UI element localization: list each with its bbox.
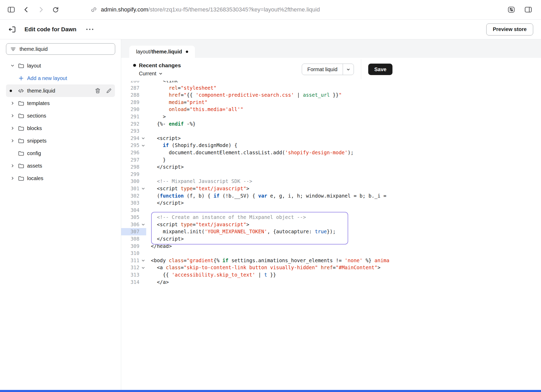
- code-line-303[interactable]: 303 </script>: [121, 199, 541, 207]
- code-line-310[interactable]: 310: [121, 250, 541, 257]
- line-number[interactable]: 307: [121, 228, 139, 235]
- code-line-307[interactable]: 307 mixpanel.init('YOUR_MIXPANEL_TOKEN',…: [121, 228, 541, 235]
- fold-chevron-icon[interactable]: [139, 144, 146, 148]
- code-line-308[interactable]: 308 </script>: [121, 235, 541, 243]
- code-line-305[interactable]: 305 <!-- Create an instance of the Mixpa…: [121, 214, 541, 221]
- sidebar-item-templates[interactable]: templates: [6, 97, 115, 109]
- code-line-304[interactable]: 304: [121, 207, 541, 214]
- search-input[interactable]: [20, 46, 111, 52]
- code-line-311[interactable]: 311<body class="gradient{% if settings.a…: [121, 257, 541, 264]
- code-line-292[interactable]: 292 {%- endif -%}: [121, 120, 541, 128]
- line-number[interactable]: 308: [121, 235, 139, 243]
- code-line-298[interactable]: 298 </script>: [121, 163, 541, 171]
- line-number[interactable]: 310: [121, 250, 139, 257]
- chevron-right-icon[interactable]: [10, 100, 15, 106]
- preview-store-button[interactable]: Preview store: [486, 23, 533, 35]
- code-line-291[interactable]: 291 >: [121, 113, 541, 120]
- forward-icon[interactable]: [37, 6, 45, 14]
- sidebar-item-locales[interactable]: locales: [6, 172, 115, 185]
- reload-icon[interactable]: [52, 6, 59, 14]
- line-number[interactable]: 297: [121, 156, 139, 164]
- line-number[interactable]: 298: [121, 163, 139, 171]
- chevron-right-icon[interactable]: [10, 138, 15, 144]
- sidebar-item-sections[interactable]: sections: [6, 109, 115, 122]
- sidebar-item-assets[interactable]: assets: [6, 160, 115, 172]
- line-number[interactable]: 303: [121, 199, 139, 207]
- fold-chevron-icon[interactable]: [139, 187, 146, 191]
- code-line-306[interactable]: 306 <script type="text/javascript">: [121, 221, 541, 228]
- code-line-309[interactable]: 309</head>: [121, 243, 541, 250]
- line-number[interactable]: 306: [121, 221, 139, 228]
- code-line-299[interactable]: 299: [121, 171, 541, 178]
- line-number[interactable]: 302: [121, 192, 139, 200]
- version-selector[interactable]: Current: [139, 71, 181, 77]
- sidebar-item-config[interactable]: config: [6, 147, 115, 160]
- line-number[interactable]: 286: [121, 81, 139, 84]
- code-line-290[interactable]: 290 onload="this.media='all'": [121, 106, 541, 113]
- address-bar[interactable]: admin.shopify.com/store/rzq1xu-f5/themes…: [90, 6, 320, 13]
- code-line-294[interactable]: 294 <script>: [121, 135, 541, 142]
- fold-chevron-icon[interactable]: [139, 136, 146, 140]
- line-number[interactable]: 312: [121, 264, 139, 271]
- line-number[interactable]: 289: [121, 99, 139, 106]
- line-number[interactable]: 304: [121, 207, 139, 214]
- sidebar-toggle-icon[interactable]: [7, 5, 16, 14]
- line-number[interactable]: 311: [121, 257, 139, 264]
- chevron-right-icon[interactable]: [10, 175, 15, 181]
- tab-theme-liquid[interactable]: layout/theme.liquid: [129, 46, 195, 58]
- line-number[interactable]: 290: [121, 106, 139, 113]
- line-number[interactable]: 300: [121, 178, 139, 185]
- overflow-menu-icon[interactable]: [86, 29, 93, 30]
- sidebar-item-snippets[interactable]: snippets: [6, 134, 115, 147]
- sidebar-item-add-a-new-layout[interactable]: Add a new layout: [6, 72, 115, 84]
- panel-right-toggle-icon[interactable]: [524, 5, 533, 14]
- sidebar-item-theme-liquid[interactable]: theme.liquid: [6, 84, 115, 97]
- line-number[interactable]: 294: [121, 135, 139, 142]
- exit-code-editor-icon[interactable]: [8, 25, 17, 34]
- line-number[interactable]: 295: [121, 142, 139, 149]
- save-button[interactable]: Save: [368, 64, 392, 75]
- format-liquid-button[interactable]: Format liquid: [302, 64, 354, 75]
- line-number[interactable]: 287: [121, 84, 139, 92]
- line-number[interactable]: 309: [121, 243, 139, 250]
- line-number[interactable]: 313: [121, 271, 139, 279]
- chevron-right-icon[interactable]: [10, 163, 15, 169]
- fold-chevron-icon[interactable]: [139, 223, 146, 226]
- line-number[interactable]: 292: [121, 120, 139, 128]
- code-line-297[interactable]: 297 }: [121, 156, 541, 164]
- code-editor[interactable]: 286 <link287 rel="stylesheet"288 href="{…: [121, 81, 541, 390]
- fold-chevron-icon[interactable]: [139, 259, 146, 262]
- code-line-286[interactable]: 286 <link: [121, 81, 541, 84]
- pencil-icon[interactable]: [106, 87, 112, 94]
- code-line-289[interactable]: 289 media="print": [121, 99, 541, 106]
- format-liquid-dropdown[interactable]: [343, 64, 354, 75]
- sidebar-item-layout[interactable]: layout: [6, 59, 115, 72]
- code-line-295[interactable]: 295 if (Shopify.designMode) {: [121, 142, 541, 149]
- chevron-right-icon[interactable]: [10, 113, 15, 119]
- code-line-314[interactable]: 314 </a>: [121, 279, 541, 286]
- line-number[interactable]: 314: [121, 279, 139, 286]
- code-line-312[interactable]: 312 <a class="skip-to-content-link butto…: [121, 264, 541, 271]
- sidebar-item-blocks[interactable]: blocks: [6, 122, 115, 134]
- code-line-296[interactable]: 296 document.documentElement.classList.a…: [121, 149, 541, 156]
- file-search-box[interactable]: [6, 43, 115, 55]
- extensions-icon[interactable]: [507, 6, 515, 14]
- code-line-302[interactable]: 302 (function (f, b) { if (!b.__SV) { va…: [121, 192, 541, 200]
- trash-icon[interactable]: [94, 87, 101, 94]
- code-line-288[interactable]: 288 href="{{ 'component-predictive-searc…: [121, 91, 541, 99]
- line-number[interactable]: 291: [121, 113, 139, 120]
- line-number[interactable]: 288: [121, 91, 139, 99]
- code-line-287[interactable]: 287 rel="stylesheet": [121, 84, 541, 92]
- code-line-301[interactable]: 301 <script type="text/javascript">: [121, 185, 541, 192]
- line-number[interactable]: 305: [121, 214, 139, 221]
- back-icon[interactable]: [22, 6, 30, 14]
- fold-chevron-icon[interactable]: [139, 266, 146, 270]
- line-number[interactable]: 301: [121, 185, 139, 192]
- line-number[interactable]: 293: [121, 127, 139, 135]
- code-line-300[interactable]: 300 <!-- Mixpanel Javascript SDK -->: [121, 178, 541, 185]
- code-line-313[interactable]: 313 {{ 'accessibility.skip_to_text' | t …: [121, 271, 541, 279]
- chevron-down-icon[interactable]: [10, 63, 15, 69]
- line-number[interactable]: 296: [121, 149, 139, 156]
- code-line-293[interactable]: 293: [121, 127, 541, 135]
- chevron-right-icon[interactable]: [10, 125, 15, 131]
